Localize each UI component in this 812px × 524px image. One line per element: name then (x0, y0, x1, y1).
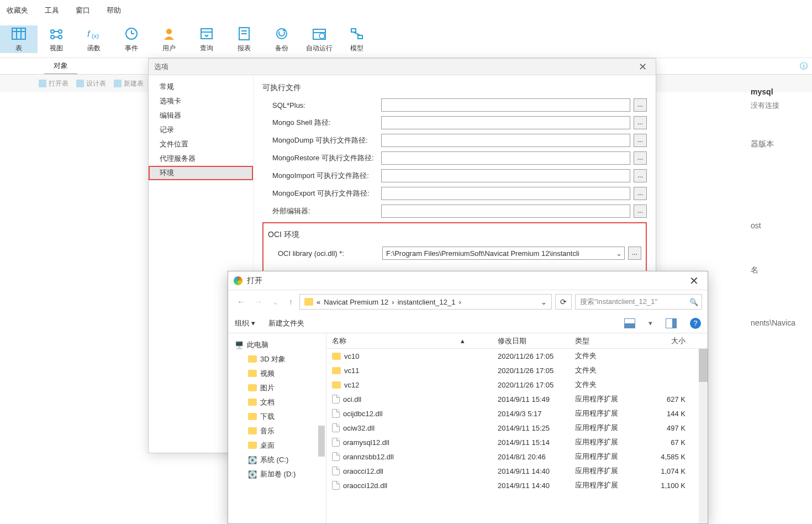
recent-button[interactable]: ⌄ (269, 295, 282, 308)
tree-documents[interactable]: 文档 (228, 395, 326, 410)
new-folder-button[interactable]: 新建文件夹 (268, 318, 304, 328)
table-icon (11, 26, 27, 41)
file-row[interactable]: oramysql12.dll2014/9/11 15:14应用程序扩展67 K (326, 435, 708, 449)
tree-desktop[interactable]: 桌面 (228, 438, 326, 453)
mongorestore-browse-button[interactable]: ... (634, 151, 647, 165)
sidebar-item-editor[interactable]: 编辑器 (149, 108, 253, 123)
tree-this-pc[interactable]: 🖥️此电脑 (228, 338, 326, 352)
file-date: 2014/9/11 15:49 (492, 395, 570, 404)
new-table-button[interactable]: 新建表 (114, 79, 144, 88)
toolbar-report[interactable]: 报表 (225, 25, 263, 53)
scrollbar-thumb[interactable] (699, 349, 708, 382)
file-row[interactable]: vc102020/11/26 17:05文件夹 (326, 349, 708, 363)
design-table-button[interactable]: 设计表 (76, 79, 106, 88)
sidebar-item-proxy[interactable]: 代理服务器 (149, 151, 253, 166)
close-icon[interactable]: ✕ (686, 274, 702, 287)
menu-help[interactable]: 帮助 (107, 6, 121, 15)
toolbar-function[interactable]: f(x) 函数 (75, 25, 113, 53)
search-input[interactable]: 搜索"instantclient_12_1" 🔍 (575, 294, 702, 310)
file-row[interactable]: oci.dll2014/9/11 15:49应用程序扩展627 K (326, 392, 708, 406)
mongoimport-input[interactable] (381, 169, 630, 182)
file-row[interactable]: orannzsbb12.dll2014/8/1 20:46应用程序扩展4,585… (326, 449, 708, 464)
menu-bar: 收藏夹 工具 窗口 帮助 (0, 0, 812, 21)
mongodump-browse-button[interactable]: ... (634, 134, 647, 147)
toolbar-table[interactable]: 表 (0, 25, 38, 53)
refresh-button[interactable]: ⟳ (555, 294, 572, 310)
tree-3d-objects[interactable]: 3D 对象 (228, 352, 326, 366)
file-type: 应用程序扩展 (570, 437, 647, 447)
toolbar-schedule[interactable]: 自动运行 (300, 25, 338, 53)
back-button[interactable]: ← (234, 295, 248, 308)
file-name: orannzsbb12.dll (326, 452, 492, 461)
col-date[interactable]: 修改日期 (492, 336, 570, 346)
sqlplus-browse-button[interactable]: ... (634, 98, 647, 112)
preview-pane-button[interactable] (666, 318, 677, 328)
toolbar-user[interactable]: 用户 (150, 25, 188, 53)
sidebar-item-tabs[interactable]: 选项卡 (149, 94, 253, 108)
svg-rect-26 (358, 35, 362, 39)
oci-browse-button[interactable]: ... (628, 247, 641, 260)
mongoimport-browse-button[interactable]: ... (634, 169, 647, 182)
toolbar-model[interactable]: 模型 (338, 25, 376, 53)
toolbar-backup[interactable]: 备份 (263, 25, 300, 53)
help-button[interactable]: ? (690, 318, 701, 329)
file-row[interactable]: oraocci12d.dll2014/9/11 14:40应用程序扩展1,100… (326, 478, 708, 492)
external-editor-browse-button[interactable]: ... (634, 205, 647, 218)
info-icon[interactable]: ⓘ (800, 61, 808, 71)
mongodump-input[interactable] (381, 134, 630, 147)
mongoshell-browse-button[interactable]: ... (634, 116, 647, 129)
file-row[interactable]: vc122020/11/26 17:05文件夹 (326, 378, 708, 392)
forward-button[interactable]: → (251, 295, 266, 308)
open-table-button[interactable]: 打开表 (39, 79, 68, 88)
up-button[interactable]: ↑ (286, 295, 296, 308)
tree-drive-d[interactable]: 💽新加卷 (D:) (228, 467, 326, 481)
tree-music[interactable]: 音乐 (228, 424, 326, 438)
sidebar-item-file-location[interactable]: 文件位置 (149, 137, 253, 151)
toolbar-query[interactable]: 查询 (188, 25, 225, 53)
open-table-icon (39, 80, 46, 87)
file-date: 2014/8/1 20:46 (492, 453, 570, 461)
breadcrumb[interactable]: « Navicat Premium 12 › instantclient_12_… (299, 294, 552, 310)
mongoexport-input[interactable] (381, 187, 630, 200)
sqlplus-input[interactable] (381, 98, 630, 112)
file-row[interactable]: oraocci12.dll2014/9/11 14:40应用程序扩展1,074 … (326, 464, 708, 478)
organize-button[interactable]: 组织 ▾ (235, 318, 255, 328)
file-name: ociw32.dll (326, 423, 492, 432)
external-editor-input[interactable] (381, 205, 630, 218)
file-row[interactable]: ociw32.dll2014/9/11 15:25应用程序扩展497 K (326, 421, 708, 435)
scrollbar[interactable] (699, 349, 708, 523)
chevron-down-icon[interactable]: ▾ (648, 319, 652, 327)
col-name[interactable]: 名称▴ (326, 336, 492, 346)
sidebar-item-log[interactable]: 记录 (149, 123, 253, 137)
tree-downloads[interactable]: 下载 (228, 410, 326, 424)
tree-pictures[interactable]: 图片 (228, 381, 326, 395)
col-type[interactable]: 类型 (570, 336, 647, 346)
oci-library-select[interactable]: F:\Program Files\PremiumSoft\Navicat Pre… (382, 247, 625, 260)
close-icon[interactable]: ✕ (635, 61, 650, 73)
breadcrumb-dropdown-icon[interactable]: ⌄ (541, 298, 547, 306)
mongorestore-input[interactable] (381, 151, 630, 165)
splitter-handle[interactable] (318, 426, 325, 457)
file-icon (332, 452, 340, 461)
tree-drive-c[interactable]: 💽系统 (C:) (228, 453, 326, 467)
toolbar-event[interactable]: 事件 (113, 25, 150, 53)
tree-videos[interactable]: 视频 (228, 366, 326, 381)
file-name: oraocci12.dll (326, 467, 492, 475)
sidebar-item-environment[interactable]: 环境 (149, 166, 253, 180)
menu-window[interactable]: 窗口 (76, 6, 90, 15)
mongoshell-input[interactable] (381, 116, 630, 129)
file-icon (332, 423, 340, 432)
menu-tools[interactable]: 工具 (45, 6, 59, 15)
mongoexport-browse-button[interactable]: ... (634, 187, 647, 200)
object-tab[interactable]: 对象 (44, 58, 77, 74)
menu-favorites[interactable]: 收藏夹 (7, 6, 28, 15)
file-row[interactable]: ocijdbc12.dll2014/9/3 5:17应用程序扩展144 K (326, 406, 708, 421)
file-row[interactable]: vc112020/11/26 17:05文件夹 (326, 363, 708, 378)
breadcrumb-p1[interactable]: Navicat Premium 12 (324, 298, 388, 306)
col-size[interactable]: 大小 (647, 336, 691, 346)
toolbar-table-label: 表 (15, 44, 22, 53)
toolbar-view[interactable]: 视图 (38, 25, 75, 53)
breadcrumb-p2[interactable]: instantclient_12_1 (398, 298, 456, 306)
view-mode-button[interactable] (624, 318, 635, 328)
sidebar-item-general[interactable]: 常规 (149, 80, 253, 94)
